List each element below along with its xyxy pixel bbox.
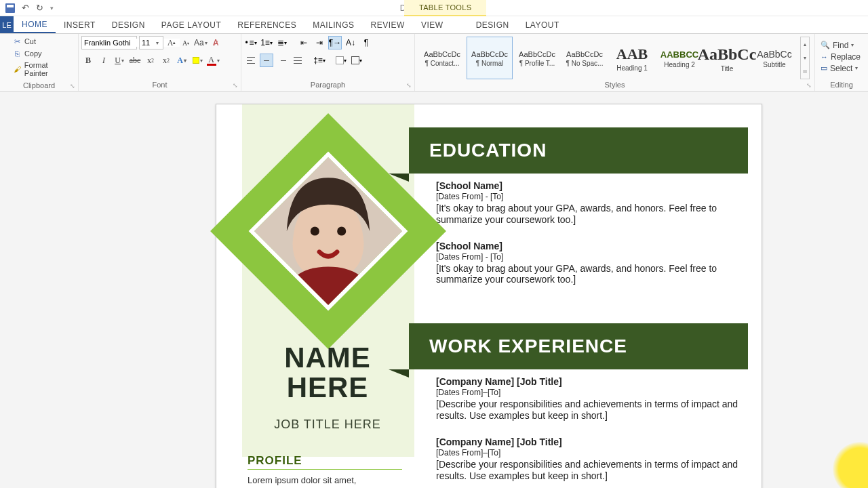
profile-body: Lorem ipsum dolor sit amet, — [248, 475, 402, 485]
work-header: WORK EXPERIENCE — [409, 323, 748, 369]
select-button[interactable]: Select▾ — [818, 63, 863, 74]
align-right-button[interactable] — [275, 54, 289, 67]
shrink-font-button[interactable]: A▾ — [180, 36, 192, 49]
replace-button[interactable]: Replace — [818, 52, 863, 62]
svg-point-2 — [337, 226, 346, 235]
find-button[interactable]: Find▾ — [818, 40, 863, 51]
save-icon[interactable] — [5, 3, 15, 13]
subscript-button[interactable]: x2 — [144, 54, 157, 67]
font-launcher-icon[interactable]: ⤡ — [233, 82, 238, 89]
resume-left-column: NAME HERE JOB TITLE HERE PROFILE Lorem i… — [216, 104, 414, 488]
font-name-combo[interactable] — [81, 36, 137, 49]
tab-home[interactable]: HOME — [14, 16, 56, 33]
paintbrush-icon — [13, 64, 22, 74]
gallery-up-icon[interactable]: ▴ — [801, 37, 809, 51]
resume-right-column: EDUCATION [School Name] [Dates From] - [… — [414, 104, 762, 488]
tab-mailings[interactable]: MAILINGS — [304, 16, 362, 33]
font-size-combo[interactable]: ▾ — [139, 36, 163, 49]
underline-button[interactable]: U — [113, 54, 126, 67]
numbering-button[interactable]: 1≡▾ — [260, 36, 273, 49]
group-paragraph: ≡▾ 1≡▾ ≣▾ ⇤ ⇥ ¶→ A↓ ¶ ‡≡▾ ▾ ▾ — [241, 34, 415, 91]
document-page[interactable]: NAME HERE JOB TITLE HERE PROFILE Lorem i… — [216, 104, 762, 488]
style-heading1[interactable]: AABHeading 1 — [609, 37, 655, 79]
font-color-icon: A — [207, 56, 216, 66]
font-color-button[interactable]: A — [206, 54, 220, 67]
style-normal[interactable]: AaBbCcDc¶ Normal — [467, 37, 513, 79]
ltr-direction-button[interactable]: ¶→ — [328, 36, 342, 49]
decrease-indent-button[interactable]: ⇤ — [297, 36, 311, 49]
increase-indent-button[interactable]: ⇥ — [313, 36, 326, 49]
scissors-icon — [13, 37, 22, 46]
quick-access-toolbar: ↶ ↻ ▾ — [0, 3, 54, 13]
bold-button[interactable]: B — [81, 54, 95, 67]
gallery-down-icon[interactable]: ▾ — [801, 51, 809, 64]
format-painter-label: Format Painter — [24, 61, 73, 77]
job-title: JOB TITLE HERE — [248, 418, 408, 432]
profile-section: PROFILE Lorem ipsum dolor sit amet, — [248, 454, 402, 485]
style-contact[interactable]: AaBbCcDc¶ Contact... — [419, 37, 465, 79]
change-case-button[interactable]: Aa — [194, 36, 208, 49]
styles-gallery: AaBbCcDc¶ Contact... AaBbCcDc¶ Normal Aa… — [416, 35, 811, 79]
cut-label: Cut — [24, 37, 36, 45]
style-subtitle[interactable]: AaBbCcSubtitle — [751, 37, 797, 79]
paragraph-launcher-icon[interactable]: ⤡ — [406, 82, 412, 89]
style-nospacing[interactable]: AaBbCcDc¶ No Spac... — [561, 37, 608, 79]
group-font-label: Font — [152, 81, 167, 89]
group-clipboard: Cut Copy Format Painter Clipboard⤡ — [0, 34, 79, 91]
group-editing-label: Editing — [830, 81, 853, 89]
borders-button[interactable]: ▾ — [350, 54, 363, 67]
tab-view[interactable]: VIEW — [413, 16, 452, 33]
tab-insert[interactable]: INSERT — [56, 16, 104, 33]
group-styles: AaBbCcDc¶ Contact... AaBbCcDc¶ Normal Aa… — [415, 34, 815, 91]
bullets-button[interactable]: ≡▾ — [244, 36, 258, 49]
align-left-button[interactable] — [244, 54, 258, 67]
show-hide-button[interactable]: ¶ — [359, 36, 373, 49]
align-center-button[interactable] — [260, 54, 273, 67]
education-entry: [School Name] [Dates From] - [To] [It's … — [436, 180, 748, 226]
tab-table-design[interactable]: DESIGN — [468, 16, 517, 33]
style-profile[interactable]: AaBbCcDc¶ Profile T... — [514, 37, 560, 79]
tab-file[interactable]: LE — [0, 16, 14, 33]
group-editing: Find▾ Replace Select▾ Editing — [815, 34, 868, 91]
strikethrough-button[interactable]: abc — [128, 54, 142, 67]
format-painter-button[interactable]: Format Painter — [11, 60, 75, 78]
undo-icon[interactable]: ↶ — [22, 3, 29, 13]
ribbon-tabs: LE HOME INSERT DESIGN PAGE LAYOUT REFERE… — [0, 16, 868, 34]
styles-launcher-icon[interactable]: ⤡ — [806, 82, 812, 89]
shading-button[interactable]: ▾ — [334, 54, 348, 67]
svg-point-1 — [311, 226, 319, 235]
copy-button[interactable]: Copy — [11, 48, 75, 59]
highlight-button[interactable] — [191, 54, 204, 67]
work-entry: [Company Name] [Job Title] [Dates From]–… — [436, 376, 748, 422]
text-effects-button[interactable]: A — [175, 54, 189, 67]
justify-button[interactable] — [291, 54, 304, 67]
tab-table-layout[interactable]: LAYOUT — [517, 16, 568, 33]
line-spacing-button[interactable]: ‡≡▾ — [313, 54, 326, 67]
style-heading2[interactable]: AABBCCHeading 2 — [656, 37, 703, 79]
style-title[interactable]: AaBbCcTitle — [704, 37, 750, 79]
font-size-input[interactable] — [140, 39, 155, 47]
tab-references[interactable]: REFERENCES — [229, 16, 304, 33]
redo-icon[interactable]: ↻ — [36, 3, 43, 13]
highlight-color-icon — [193, 57, 199, 64]
multilevel-list-button[interactable]: ≣▾ — [275, 36, 289, 49]
grow-font-button[interactable]: A▴ — [165, 36, 178, 49]
italic-button[interactable]: I — [97, 54, 111, 67]
document-canvas[interactable]: NAME HERE JOB TITLE HERE PROFILE Lorem i… — [0, 92, 868, 488]
clipboard-launcher-icon[interactable]: ⤡ — [70, 83, 75, 89]
copy-icon — [13, 49, 22, 58]
tab-page-layout[interactable]: PAGE LAYOUT — [153, 16, 229, 33]
qat-customize-icon[interactable]: ▾ — [50, 5, 54, 12]
education-header: EDUCATION — [409, 127, 748, 174]
clear-formatting-button[interactable]: A̷ — [210, 36, 222, 49]
sort-button[interactable]: A↓ — [344, 36, 357, 49]
group-paragraph-label: Paragraph — [311, 81, 345, 89]
group-clipboard-label: Clipboard — [23, 81, 55, 89]
tab-design[interactable]: DESIGN — [104, 16, 153, 33]
gallery-more-icon[interactable]: ═ — [801, 65, 809, 79]
cut-button[interactable]: Cut — [11, 36, 75, 47]
tab-review[interactable]: REVIEW — [363, 16, 413, 33]
styles-gallery-scroll: ▴ ▾ ═ — [800, 37, 810, 79]
photo-diamond — [245, 148, 412, 314]
superscript-button[interactable]: x2 — [159, 54, 173, 67]
